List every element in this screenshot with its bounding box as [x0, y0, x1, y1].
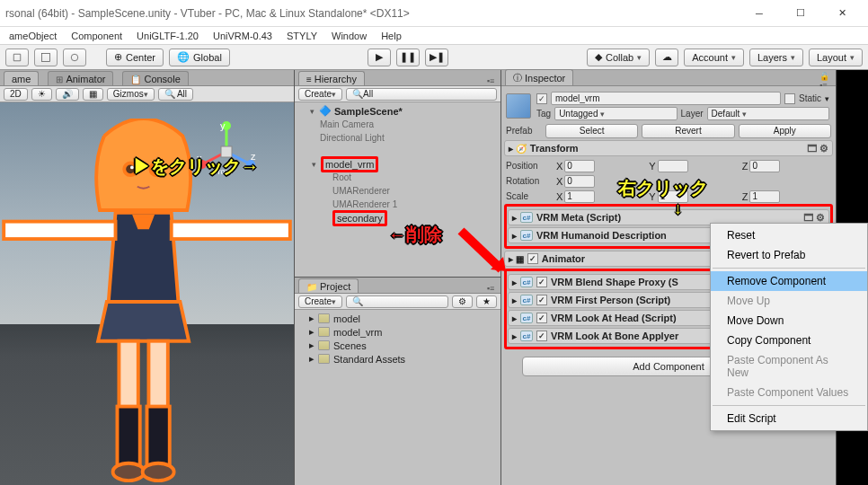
- layout-button[interactable]: Layout: [809, 48, 863, 66]
- search-scene[interactable]: 🔍 All: [158, 88, 193, 101]
- inspector-lock[interactable]: 🔓▪≡: [819, 76, 832, 85]
- hierarchy-item[interactable]: UMARenderer 1: [295, 198, 500, 211]
- project-tab[interactable]: 📁 Project: [298, 278, 359, 293]
- scl-x[interactable]: [564, 190, 595, 203]
- menu-window[interactable]: Window: [326, 29, 372, 43]
- prefab-select-button[interactable]: Select: [545, 124, 638, 138]
- pos-y[interactable]: [658, 160, 688, 172]
- inspector-header: ⓘ Inspector 🔓▪≡: [501, 70, 836, 86]
- rot-x[interactable]: [564, 175, 595, 188]
- maximize-button[interactable]: ☐: [780, 0, 821, 27]
- window-titlebar: rsonal (64bit) - SampleScene.unity - VTu…: [0, 0, 868, 27]
- project-tree: ▸model ▸model_vrm ▸Scenes ▸Standard Asse…: [295, 310, 500, 485]
- pos-x[interactable]: [564, 160, 595, 172]
- hierarchy-search[interactable]: 🔍All: [346, 88, 497, 101]
- transform-component[interactable]: ▸ 🧭 Transform🗖 ⚙: [504, 140, 833, 156]
- active-checkbox[interactable]: ✓: [536, 93, 547, 104]
- gear-icon[interactable]: 🗖 ⚙: [807, 143, 828, 154]
- hierarchy-tree: ▾🔷SampleScene* Main Camera Directional L…: [295, 102, 500, 277]
- project-options[interactable]: ▪≡: [484, 284, 497, 293]
- audio-toggle[interactable]: 🔊: [56, 88, 79, 101]
- project-folder[interactable]: ▸Scenes: [295, 339, 500, 352]
- transform-tool-button[interactable]: [63, 48, 86, 66]
- static-label: Static: [799, 93, 821, 103]
- menu-component[interactable]: Component: [66, 29, 128, 43]
- ctx-reset[interactable]: Reset: [711, 225, 867, 245]
- pos-z[interactable]: [749, 160, 780, 172]
- layers-button[interactable]: Layers: [749, 48, 803, 66]
- avatar-model: [0, 119, 294, 485]
- project-filter[interactable]: ⚙: [452, 295, 473, 308]
- collab-button[interactable]: ◆ Collab: [587, 48, 650, 66]
- scene-panel: ame ⊞ Animator 📋 Console 2D ☀ 🔊 ▦ Gizmos…: [0, 70, 295, 485]
- svg-rect-18: [147, 407, 170, 466]
- scene-root[interactable]: ▾🔷SampleScene*: [295, 104, 500, 118]
- inspector-tab[interactable]: ⓘ Inspector: [505, 69, 573, 85]
- 2d-toggle[interactable]: 2D: [4, 88, 28, 101]
- project-folder[interactable]: ▸model_vrm: [295, 325, 500, 339]
- project-toolbar: Create 🔍 ⚙ ★: [295, 294, 500, 310]
- project-create[interactable]: Create: [298, 295, 342, 308]
- project-folder[interactable]: ▸Standard Assets: [295, 352, 500, 366]
- ctx-edit[interactable]: Edit Script: [711, 409, 867, 428]
- ctx-revert[interactable]: Revert to Prefab: [711, 245, 867, 265]
- step-button[interactable]: ▶❚: [425, 48, 448, 66]
- hierarchy-item[interactable]: Directional Light: [295, 131, 500, 145]
- menu-unigltf[interactable]: UniGLTF-1.20: [131, 29, 204, 43]
- close-button[interactable]: ✕: [821, 0, 863, 27]
- tag-label: Tag: [536, 109, 551, 119]
- center-button[interactable]: ⊕ Center: [106, 48, 164, 66]
- hierarchy-model-vrm[interactable]: ▾model_vrm: [295, 157, 500, 171]
- ctx-movedown[interactable]: Move Down: [711, 311, 867, 331]
- ctx-remove[interactable]: Remove Component: [711, 271, 867, 291]
- gizmos-dropdown[interactable]: Gizmos: [107, 88, 155, 101]
- scene-tabs: ame ⊞ Animator 📋 Console: [0, 70, 294, 86]
- rect-tool-button[interactable]: [34, 48, 58, 66]
- window-title: rsonal (64bit) - SampleScene.unity - VTu…: [5, 7, 739, 20]
- project-folder[interactable]: ▸model: [295, 312, 500, 325]
- minimize-button[interactable]: ─: [739, 0, 780, 27]
- global-button[interactable]: 🌐 Global: [169, 48, 230, 66]
- layer-dropdown[interactable]: Default: [707, 107, 829, 120]
- fx-toggle[interactable]: ▦: [83, 88, 103, 101]
- account-button[interactable]: Account: [684, 48, 744, 66]
- tag-dropdown[interactable]: Untagged: [554, 107, 677, 120]
- object-icon[interactable]: [506, 93, 531, 119]
- static-checkbox[interactable]: [784, 93, 795, 104]
- object-name-field[interactable]: [551, 92, 781, 105]
- menu-gameobject[interactable]: ameObject: [4, 29, 62, 43]
- prefab-apply-button[interactable]: Apply: [739, 124, 831, 138]
- project-search[interactable]: 🔍: [346, 295, 448, 308]
- svg-point-23: [130, 165, 134, 169]
- hierarchy-header: ≡ Hierarchy ▪≡: [295, 70, 500, 86]
- hierarchy-tab[interactable]: ≡ Hierarchy: [298, 71, 365, 85]
- scene-viewport[interactable]: y x z Front: [0, 102, 294, 485]
- hand-tool-button[interactable]: [5, 48, 29, 66]
- game-tab[interactable]: ame: [4, 71, 39, 85]
- ctx-copy[interactable]: Copy Component: [711, 331, 867, 350]
- project-favorites[interactable]: ★: [476, 295, 497, 308]
- hierarchy-create[interactable]: Create: [298, 88, 342, 101]
- animator-tab[interactable]: ⊞ Animator: [48, 71, 113, 85]
- menu-styly[interactable]: STYLY: [281, 29, 323, 43]
- svg-point-24: [156, 165, 160, 169]
- lighting-toggle[interactable]: ☀: [31, 88, 52, 101]
- hierarchy-item[interactable]: UMARenderer: [295, 184, 500, 198]
- project-panel: 📁 Project ▪≡ Create 🔍 ⚙ ★ ▸model ▸model_…: [295, 277, 500, 485]
- hierarchy-toolbar: Create 🔍All: [295, 86, 500, 102]
- object-header: ✓ Static ▾ Tag Untagged Layer Default: [504, 89, 833, 123]
- play-button[interactable]: ▶: [368, 48, 391, 66]
- svg-rect-17: [117, 407, 139, 466]
- pause-button[interactable]: ❚❚: [396, 48, 420, 66]
- hierarchy-item[interactable]: Main Camera: [295, 118, 500, 131]
- prefab-revert-button[interactable]: Revert: [642, 124, 734, 138]
- scl-y[interactable]: [658, 190, 688, 203]
- hierarchy-item[interactable]: Root: [295, 171, 500, 184]
- menu-univrm[interactable]: UniVRM-0.43: [208, 29, 278, 43]
- menu-help[interactable]: Help: [376, 29, 407, 43]
- hierarchy-options[interactable]: ▪≡: [484, 76, 497, 85]
- hierarchy-secondary[interactable]: secondary: [295, 211, 500, 225]
- cloud-button[interactable]: ☁: [655, 48, 678, 66]
- scl-z[interactable]: [749, 190, 780, 203]
- console-tab[interactable]: 📋 Console: [122, 71, 188, 85]
